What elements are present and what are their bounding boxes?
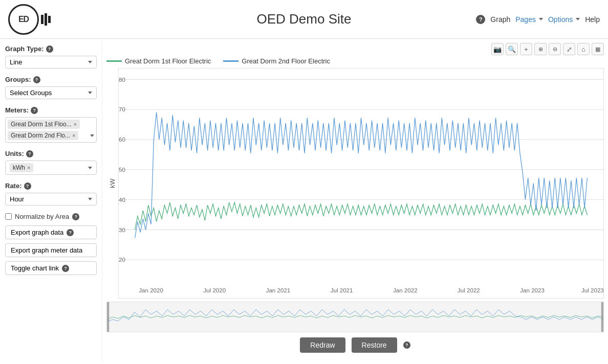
pages-dropdown[interactable]: Pages bbox=[515, 15, 543, 24]
bar3 bbox=[48, 16, 51, 23]
svg-text:Jul 2020: Jul 2020 bbox=[203, 287, 226, 293]
graph-type-label: Graph Type: ? bbox=[5, 45, 97, 53]
svg-rect-24 bbox=[107, 302, 603, 332]
chart-area: 📷 🔍 + ⊕ ⊖ ⤢ ⌂ ▦ Great Dorm 1st Floor Ele… bbox=[102, 39, 608, 362]
toggle-help[interactable]: ? bbox=[62, 265, 69, 272]
page-title: OED Demo Site bbox=[257, 11, 352, 27]
options-caret bbox=[576, 18, 580, 20]
graph-type-section: Graph Type: ? Line bbox=[5, 45, 97, 69]
svg-text:Jul 2022: Jul 2022 bbox=[458, 287, 480, 293]
groups-section: Groups: ? Select Groups bbox=[5, 76, 97, 99]
green-series bbox=[135, 202, 588, 230]
groups-help[interactable]: ? bbox=[33, 76, 40, 83]
groups-caret bbox=[88, 92, 92, 94]
units-dropdown[interactable]: kWh × bbox=[5, 161, 97, 175]
graph-nav-link[interactable]: Graph bbox=[490, 15, 510, 24]
legend-label-1: Great Dorm 1st Floor Electric bbox=[125, 57, 211, 65]
blue-series bbox=[135, 112, 588, 238]
help-nav-link[interactable]: Help bbox=[585, 15, 600, 24]
meter-tag-1: Great Dorm 1st Floo... × bbox=[8, 120, 80, 129]
groups-label: Groups: ? bbox=[5, 76, 97, 83]
rate-help[interactable]: ? bbox=[24, 183, 31, 190]
svg-text:20: 20 bbox=[119, 256, 125, 263]
meters-section: Meters: ? Great Dorm 1st Floo... × Great… bbox=[5, 106, 97, 143]
toolbar-home[interactable]: ⌂ bbox=[577, 43, 590, 55]
meter-1-close[interactable]: × bbox=[74, 121, 77, 127]
units-label: Units: ? bbox=[5, 150, 97, 157]
toolbar-zoom-in[interactable]: ⊕ bbox=[534, 43, 547, 55]
meter-tag-row-2: Great Dorm 2nd Flo... × bbox=[8, 131, 94, 140]
meters-caret[interactable] bbox=[90, 134, 94, 137]
options-dropdown[interactable]: Options bbox=[548, 15, 580, 24]
toolbar-plus[interactable]: + bbox=[520, 43, 532, 55]
legend-item-2: Great Dorm 2nd Floor Electric bbox=[223, 57, 330, 65]
svg-text:Jul 2023: Jul 2023 bbox=[581, 287, 603, 293]
toolbar-camera[interactable]: 📷 bbox=[491, 43, 504, 55]
meter-tag-2: Great Dorm 2nd Flo... × bbox=[8, 131, 78, 140]
meter-tag-row-1: Great Dorm 1st Floo... × bbox=[8, 120, 94, 129]
svg-text:60: 60 bbox=[119, 136, 125, 143]
logo-text: ED bbox=[18, 15, 29, 24]
svg-text:30: 30 bbox=[119, 226, 125, 233]
toolbar-expand[interactable]: ⤢ bbox=[563, 43, 575, 55]
legend-label-2: Great Dorm 2nd Floor Electric bbox=[242, 57, 330, 65]
svg-text:Jan 2023: Jan 2023 bbox=[520, 287, 545, 293]
export-meter-data-button[interactable]: Export graph meter data bbox=[5, 243, 97, 257]
svg-text:Jul 2021: Jul 2021 bbox=[331, 287, 353, 293]
y-axis-label: kW bbox=[106, 68, 118, 299]
svg-text:Jan 2021: Jan 2021 bbox=[266, 287, 291, 293]
graph-type-dropdown[interactable]: Line bbox=[5, 56, 97, 69]
main-layout: Graph Type: ? Line Groups: ? Select Grou… bbox=[0, 39, 608, 362]
units-section: Units: ? kWh × bbox=[5, 150, 97, 175]
toolbar-zoom-out[interactable]: ⊖ bbox=[549, 43, 561, 55]
svg-text:Jan 2020: Jan 2020 bbox=[139, 287, 163, 293]
legend-item-1: Great Dorm 1st Floor Electric bbox=[106, 57, 211, 65]
chart-svg: 20 30 40 50 60 70 80 Jan 2020 Jul 2020 J… bbox=[119, 69, 603, 298]
units-help[interactable]: ? bbox=[26, 150, 33, 157]
toolbar-bar[interactable]: ▦ bbox=[592, 43, 604, 55]
redraw-button[interactable]: Redraw bbox=[300, 337, 345, 353]
svg-text:70: 70 bbox=[119, 106, 125, 112]
rate-dropdown[interactable]: Hour bbox=[5, 193, 97, 206]
export-graph-data-button[interactable]: Export graph data ? bbox=[5, 225, 97, 239]
graph-type-help[interactable]: ? bbox=[46, 46, 53, 53]
bar2 bbox=[45, 13, 47, 26]
sidebar: Graph Type: ? Line Groups: ? Select Grou… bbox=[0, 39, 102, 362]
groups-dropdown[interactable]: Select Groups bbox=[5, 86, 97, 99]
svg-text:50: 50 bbox=[119, 166, 125, 173]
meter-tags-container: Great Dorm 1st Floo... × Great Dorm 2nd … bbox=[5, 117, 97, 143]
rate-label: Rate: ? bbox=[5, 182, 97, 190]
main-chart[interactable]: 20 30 40 50 60 70 80 Jan 2020 Jul 2020 J… bbox=[118, 68, 604, 299]
svg-text:Jan 2022: Jan 2022 bbox=[393, 287, 418, 293]
nav: ? Graph Pages Options Help bbox=[476, 15, 600, 24]
units-caret bbox=[88, 167, 92, 169]
help-icon[interactable]: ? bbox=[476, 15, 485, 24]
header: ED OED Demo Site ? Graph Pages Options H… bbox=[0, 0, 608, 39]
logo: ED bbox=[8, 4, 51, 35]
graph-type-caret bbox=[88, 61, 92, 63]
logo-bars bbox=[41, 13, 51, 26]
unit-close[interactable]: × bbox=[27, 165, 30, 171]
chart-container: kW 20 30 40 50 60 70 bbox=[106, 68, 604, 299]
rate-caret bbox=[88, 198, 92, 200]
mini-chart[interactable] bbox=[106, 302, 604, 332]
meters-help[interactable]: ? bbox=[31, 107, 38, 114]
toggle-chart-link-button[interactable]: Toggle chart link ? bbox=[5, 261, 97, 275]
pages-caret bbox=[539, 18, 543, 20]
svg-text:40: 40 bbox=[119, 196, 125, 203]
logo-circle: ED bbox=[8, 4, 39, 35]
bottom-controls: Redraw Restore ? bbox=[106, 332, 604, 358]
meters-label: Meters: ? bbox=[5, 106, 97, 114]
normalize-help[interactable]: ? bbox=[72, 213, 79, 220]
legend-color-1 bbox=[106, 60, 122, 62]
normalize-checkbox[interactable] bbox=[5, 213, 12, 220]
restore-button[interactable]: Restore bbox=[352, 337, 397, 353]
legend-color-2 bbox=[223, 60, 238, 62]
rate-section: Rate: ? Hour bbox=[5, 182, 97, 206]
bottom-help[interactable]: ? bbox=[403, 342, 410, 349]
meter-2-close[interactable]: × bbox=[72, 132, 75, 139]
unit-tag: kWh × bbox=[10, 163, 33, 172]
export-data-help[interactable]: ? bbox=[67, 229, 74, 236]
toolbar-zoom[interactable]: 🔍 bbox=[506, 43, 518, 55]
normalize-row: Normalize by Area ? bbox=[5, 213, 97, 220]
